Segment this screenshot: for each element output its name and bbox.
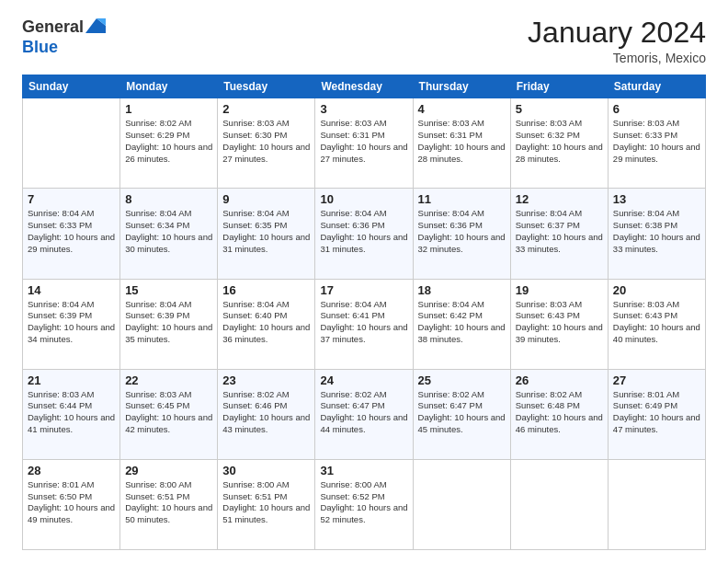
day-info: Sunrise: 8:01 AMSunset: 6:50 PMDaylight:… [28, 479, 115, 526]
calendar-cell: 15Sunrise: 8:04 AMSunset: 6:39 PMDayligh… [120, 279, 218, 369]
day-info: Sunrise: 8:03 AMSunset: 6:45 PMDaylight:… [125, 389, 212, 436]
calendar-cell: 4Sunrise: 8:03 AMSunset: 6:31 PMDaylight… [413, 98, 510, 189]
day-info: Sunrise: 8:02 AMSunset: 6:46 PMDaylight:… [222, 389, 310, 436]
location: Temoris, Mexico [528, 51, 706, 65]
logo-blue: Blue [22, 38, 58, 56]
calendar-cell [413, 459, 510, 549]
day-header-tuesday: Tuesday [218, 75, 315, 98]
calendar-cell: 17Sunrise: 8:04 AMSunset: 6:41 PMDayligh… [315, 279, 413, 369]
day-number: 18 [418, 283, 506, 297]
day-info: Sunrise: 8:03 AMSunset: 6:43 PMDaylight:… [613, 299, 700, 346]
calendar-week-2: 7Sunrise: 8:04 AMSunset: 6:33 PMDaylight… [23, 189, 706, 279]
calendar-cell [23, 98, 120, 189]
day-number: 15 [125, 283, 212, 297]
day-header-sunday: Sunday [23, 75, 120, 98]
calendar-cell: 26Sunrise: 8:02 AMSunset: 6:48 PMDayligh… [510, 369, 608, 459]
title-block: January 2024 Temoris, Mexico [528, 17, 706, 65]
day-info: Sunrise: 8:02 AMSunset: 6:47 PMDaylight:… [418, 389, 506, 436]
day-number: 29 [125, 464, 212, 477]
day-info: Sunrise: 8:04 AMSunset: 6:39 PMDaylight:… [28, 299, 115, 346]
day-info: Sunrise: 8:00 AMSunset: 6:51 PMDaylight:… [222, 479, 310, 526]
logo-text: General [22, 17, 106, 39]
day-info: Sunrise: 8:00 AMSunset: 6:51 PMDaylight:… [125, 479, 212, 526]
day-number: 24 [320, 373, 407, 387]
day-number: 26 [516, 373, 603, 387]
day-header-wednesday: Wednesday [315, 75, 413, 98]
calendar-week-3: 14Sunrise: 8:04 AMSunset: 6:39 PMDayligh… [23, 279, 706, 369]
day-number: 27 [613, 373, 700, 387]
calendar-cell: 24Sunrise: 8:02 AMSunset: 6:47 PMDayligh… [315, 369, 413, 459]
day-number: 7 [28, 192, 115, 206]
header: General Blue January 2024 Temoris, Mexic… [22, 17, 706, 65]
calendar-cell: 12Sunrise: 8:04 AMSunset: 6:37 PMDayligh… [510, 189, 608, 279]
day-number: 21 [28, 373, 115, 387]
calendar-cell: 2Sunrise: 8:03 AMSunset: 6:30 PMDaylight… [218, 98, 315, 189]
calendar-cell: 25Sunrise: 8:02 AMSunset: 6:47 PMDayligh… [413, 369, 510, 459]
logo-blue-text: Blue [22, 39, 106, 57]
day-number: 31 [320, 464, 407, 477]
calendar-cell: 6Sunrise: 8:03 AMSunset: 6:33 PMDaylight… [608, 98, 705, 189]
calendar-cell: 7Sunrise: 8:04 AMSunset: 6:33 PMDaylight… [23, 189, 120, 279]
day-info: Sunrise: 8:04 AMSunset: 6:34 PMDaylight:… [125, 208, 212, 255]
day-number: 3 [320, 102, 407, 116]
calendar-cell: 11Sunrise: 8:04 AMSunset: 6:36 PMDayligh… [413, 189, 510, 279]
calendar-cell: 27Sunrise: 8:01 AMSunset: 6:49 PMDayligh… [608, 369, 705, 459]
calendar-cell: 22Sunrise: 8:03 AMSunset: 6:45 PMDayligh… [120, 369, 218, 459]
day-number: 5 [516, 102, 603, 116]
calendar-cell: 3Sunrise: 8:03 AMSunset: 6:31 PMDaylight… [315, 98, 413, 189]
calendar-cell: 5Sunrise: 8:03 AMSunset: 6:32 PMDaylight… [510, 98, 608, 189]
logo-icon [85, 17, 106, 37]
calendar-cell: 29Sunrise: 8:00 AMSunset: 6:51 PMDayligh… [120, 459, 218, 549]
day-header-thursday: Thursday [413, 75, 510, 98]
day-number: 6 [613, 102, 700, 116]
day-info: Sunrise: 8:04 AMSunset: 6:41 PMDaylight:… [320, 299, 407, 346]
month-year: January 2024 [528, 17, 706, 49]
day-number: 10 [320, 192, 407, 206]
calendar-cell: 19Sunrise: 8:03 AMSunset: 6:43 PMDayligh… [510, 279, 608, 369]
calendar-cell: 23Sunrise: 8:02 AMSunset: 6:46 PMDayligh… [218, 369, 315, 459]
day-info: Sunrise: 8:03 AMSunset: 6:32 PMDaylight:… [516, 118, 603, 165]
day-info: Sunrise: 8:04 AMSunset: 6:36 PMDaylight:… [320, 208, 407, 255]
calendar-cell: 18Sunrise: 8:04 AMSunset: 6:42 PMDayligh… [413, 279, 510, 369]
day-number: 2 [222, 102, 310, 116]
calendar-cell [510, 459, 608, 549]
calendar-cell: 8Sunrise: 8:04 AMSunset: 6:34 PMDaylight… [120, 189, 218, 279]
day-number: 22 [125, 373, 212, 387]
day-info: Sunrise: 8:03 AMSunset: 6:44 PMDaylight:… [28, 389, 115, 436]
calendar-cell: 30Sunrise: 8:00 AMSunset: 6:51 PMDayligh… [218, 459, 315, 549]
day-info: Sunrise: 8:01 AMSunset: 6:49 PMDaylight:… [613, 389, 700, 436]
day-info: Sunrise: 8:03 AMSunset: 6:31 PMDaylight:… [320, 118, 407, 165]
day-number: 9 [222, 192, 310, 206]
day-header-friday: Friday [510, 75, 608, 98]
day-info: Sunrise: 8:04 AMSunset: 6:42 PMDaylight:… [418, 299, 506, 346]
day-number: 23 [222, 373, 310, 387]
calendar-week-4: 21Sunrise: 8:03 AMSunset: 6:44 PMDayligh… [23, 369, 706, 459]
day-info: Sunrise: 8:04 AMSunset: 6:33 PMDaylight:… [28, 208, 115, 255]
day-info: Sunrise: 8:03 AMSunset: 6:43 PMDaylight:… [516, 299, 603, 346]
day-number: 8 [125, 192, 212, 206]
calendar-cell: 1Sunrise: 8:02 AMSunset: 6:29 PMDaylight… [120, 98, 218, 189]
day-number: 19 [516, 283, 603, 297]
calendar-cell: 31Sunrise: 8:00 AMSunset: 6:52 PMDayligh… [315, 459, 413, 549]
calendar-header-row: SundayMondayTuesdayWednesdayThursdayFrid… [23, 75, 706, 98]
day-info: Sunrise: 8:03 AMSunset: 6:31 PMDaylight:… [418, 118, 506, 165]
day-number: 13 [613, 192, 700, 206]
day-info: Sunrise: 8:04 AMSunset: 6:40 PMDaylight:… [222, 299, 310, 346]
day-number: 12 [516, 192, 603, 206]
day-number: 20 [613, 283, 700, 297]
day-info: Sunrise: 8:02 AMSunset: 6:47 PMDaylight:… [320, 389, 407, 436]
day-number: 30 [222, 464, 310, 477]
logo-general: General [22, 17, 84, 36]
day-header-monday: Monday [120, 75, 218, 98]
day-info: Sunrise: 8:04 AMSunset: 6:36 PMDaylight:… [418, 208, 506, 255]
day-number: 11 [418, 192, 506, 206]
day-info: Sunrise: 8:04 AMSunset: 6:39 PMDaylight:… [125, 299, 212, 346]
day-number: 17 [320, 283, 407, 297]
calendar-cell: 13Sunrise: 8:04 AMSunset: 6:38 PMDayligh… [608, 189, 705, 279]
day-number: 25 [418, 373, 506, 387]
calendar-week-1: 1Sunrise: 8:02 AMSunset: 6:29 PMDaylight… [23, 98, 706, 189]
calendar-week-5: 28Sunrise: 8:01 AMSunset: 6:50 PMDayligh… [23, 459, 706, 549]
day-info: Sunrise: 8:04 AMSunset: 6:35 PMDaylight:… [222, 208, 310, 255]
calendar-cell: 21Sunrise: 8:03 AMSunset: 6:44 PMDayligh… [23, 369, 120, 459]
day-number: 14 [28, 283, 115, 297]
